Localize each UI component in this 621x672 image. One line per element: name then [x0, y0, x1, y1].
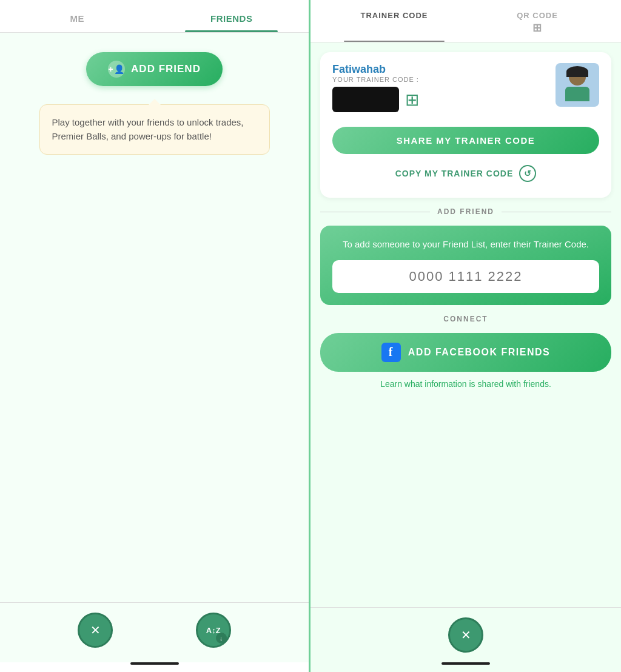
qr-grid-icon[interactable]: ⊞	[405, 90, 419, 110]
learn-link[interactable]: Learn what information is shared with fr…	[320, 379, 611, 389]
add-friend-description: To add someone to your Friend List, ente…	[332, 238, 599, 252]
qr-code-icon: ⊞	[466, 21, 609, 35]
copy-refresh-icon: ↺	[519, 165, 536, 182]
trainer-header: Fatiwahab YOUR TRAINER CODE : ⊞	[332, 63, 599, 121]
trainer-info: Fatiwahab YOUR TRAINER CODE : ⊞	[332, 63, 419, 121]
add-friend-divider: ADD FRIEND	[320, 207, 611, 216]
sort-button[interactable]: A↕Z ↓	[196, 613, 231, 648]
tab-trainer-code[interactable]: TRAINER CODE	[323, 0, 466, 42]
avatar-figure	[556, 63, 599, 107]
right-home-bar	[441, 662, 490, 665]
trainer-name: Fatiwahab	[332, 63, 419, 76]
add-friend-icon: +👤	[108, 61, 125, 78]
left-bottom-bar: ✕ A↕Z ↓	[0, 602, 309, 662]
close-button-right[interactable]: ✕	[448, 617, 483, 653]
trainer-code-input[interactable]	[332, 260, 599, 293]
trainer-card: Fatiwahab YOUR TRAINER CODE : ⊞ SHARE MY…	[320, 52, 611, 198]
add-friend-section: To add someone to your Friend List, ente…	[320, 226, 611, 305]
friends-tooltip: Play together with your friends to unloc…	[39, 104, 270, 155]
connect-label: CONNECT	[320, 315, 611, 323]
left-tab-bar: ME FRIENDS	[0, 0, 309, 33]
trainer-code-redacted	[332, 87, 399, 112]
right-bottom-bar: ✕	[310, 607, 621, 662]
copy-trainer-code-button[interactable]: COPY MY TRAINER CODE ↺	[332, 160, 599, 187]
tab-friends[interactable]: FRIENDS	[155, 0, 309, 32]
add-friend-button[interactable]: +👤 ADD FRIEND	[86, 52, 223, 86]
avatar-body	[565, 87, 589, 101]
left-panel: ME FRIENDS +👤 ADD FRIEND Play together w…	[0, 0, 310, 672]
right-panel: TRAINER CODE QR CODE ⊞ Fatiwahab YOUR TR…	[310, 0, 621, 672]
sort-down-icon: ↓	[216, 633, 227, 643]
left-home-bar	[130, 662, 179, 665]
avatar-head	[569, 69, 586, 86]
facebook-icon: f	[381, 343, 401, 362]
share-trainer-code-button[interactable]: SHARE MY TRAINER CODE	[332, 127, 599, 154]
trainer-code-label: YOUR TRAINER CODE :	[332, 76, 419, 83]
add-facebook-friends-button[interactable]: f ADD FACEBOOK FRIENDS	[320, 333, 611, 372]
tab-me[interactable]: ME	[0, 0, 155, 32]
trainer-avatar	[556, 63, 599, 107]
tab-qr-code[interactable]: QR CODE ⊞	[466, 0, 609, 42]
trainer-code-row: ⊞	[332, 87, 419, 112]
left-content: +👤 ADD FRIEND Play together with your fr…	[0, 33, 309, 602]
right-tab-bar: TRAINER CODE QR CODE ⊞	[310, 0, 621, 42]
close-button-left[interactable]: ✕	[78, 613, 113, 648]
right-content: Fatiwahab YOUR TRAINER CODE : ⊞ SHARE MY…	[310, 42, 621, 607]
